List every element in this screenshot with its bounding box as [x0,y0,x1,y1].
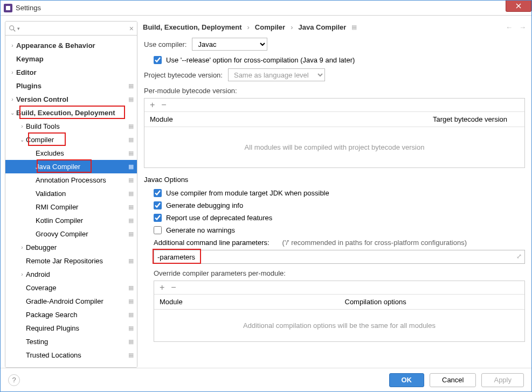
gear-icon: ▦ [128,217,134,224]
sidebar-item-label: Remote Jar Repositories [26,257,126,265]
search-row: ▾ × [5,22,137,36]
sidebar-item-android[interactable]: ›Android [5,268,137,281]
svg-point-2 [10,25,14,30]
sidebar-item-testing[interactable]: Testing▦ [5,335,137,348]
release-option-checkbox[interactable] [154,56,162,64]
help-button[interactable]: ? [8,374,20,386]
table1-col-module: Module [144,112,427,127]
sidebar-item-kotlin-compiler[interactable]: Kotlin Compiler▦ [5,214,137,227]
sidebar-item-excludes[interactable]: Excludes▦ [5,146,137,160]
opt-module-jdk-checkbox[interactable] [154,189,162,197]
sidebar-item-build-tools[interactable]: ›Build Tools▦ [5,120,137,133]
gear-icon: ▦ [128,338,134,345]
sidebar-item-label: Annotation Processors [36,176,126,184]
close-button[interactable] [506,0,531,12]
sidebar-item-label: Validation [36,190,126,198]
sidebar-item-debugger[interactable]: ›Debugger [5,241,137,254]
back-icon[interactable]: ← [506,23,513,31]
use-compiler-label: Use compiler: [144,40,186,48]
sidebar-item-package-search[interactable]: Package Search▦ [5,308,137,321]
sidebar-item-trusted-locations[interactable]: Trusted Locations▦ [5,348,137,362]
sidebar-item-gradle-android-compiler[interactable]: Gradle-Android Compiler▦ [5,295,137,308]
breadcrumb-1: Build, Execution, Deployment [143,23,241,31]
cancel-button[interactable]: Cancel [430,373,476,387]
sidebar-item-required-plugins[interactable]: Required Plugins▦ [5,321,137,335]
app-icon [4,4,12,12]
clear-search-icon[interactable]: × [129,24,134,33]
add-row-icon[interactable]: + [150,101,155,109]
opt-deprecated-checkbox[interactable] [154,214,162,222]
sidebar-item-label: Version Control [16,95,126,103]
sidebar-item-label: Build, Execution, Deployment [16,109,134,117]
breadcrumb-sep: › [291,23,293,31]
remove-row-icon[interactable]: − [171,283,176,292]
chevron-icon: › [18,123,26,129]
sidebar-item-annotation-processors[interactable]: Annotation Processors▦ [5,173,137,187]
gear-icon: ▦ [128,352,134,359]
table2-col-options: Compilation options [340,295,525,309]
sidebar-item-keymap[interactable]: Keymap [5,52,137,66]
sidebar-item-label: Groovy Compiler [36,230,126,238]
opt-module-jdk-label: Use compiler from module target JDK when… [166,189,329,197]
sidebar-item-appearance-behavior[interactable]: ›Appearance & Behavior [5,39,137,52]
expand-icon[interactable]: ⤢ [516,253,522,260]
sidebar-item-validation[interactable]: Validation▦ [5,187,137,200]
gear-icon: ▦ [351,24,357,31]
opt-deprecated-label: Report use of deprecated features [166,214,272,222]
sidebar-item-label: Editor [16,68,134,76]
use-compiler-select[interactable]: Javac [192,38,267,51]
sidebar-item-label: Gradle-Android Compiler [26,297,126,305]
chevron-icon: ⌄ [18,137,26,143]
gear-icon: ▦ [128,204,134,211]
project-bytecode-select[interactable]: Same as language level [228,68,325,81]
ok-button[interactable]: OK [389,373,425,387]
sidebar-item-rmi-compiler[interactable]: RMI Compiler▦ [5,200,137,214]
opt-nowarn-checkbox[interactable] [154,226,162,234]
addl-params-label: Additional command line parameters: [154,239,270,247]
search-filter-icon[interactable]: ▾ [17,26,20,31]
opt-debug-checkbox[interactable] [154,201,162,209]
sidebar-item-label: Build Tools [26,122,126,130]
sidebar-item-editor[interactable]: ›Editor [5,66,137,79]
sidebar-item-plugins[interactable]: Plugins▦ [5,79,137,93]
sidebar-item-label: Java Compiler [36,163,126,171]
addl-params-hint: ('/' recommended in paths for cross-plat… [282,239,467,247]
sidebar-item-label: Android [26,270,134,278]
search-input[interactable] [23,24,129,32]
sidebar-item-java-compiler[interactable]: Java Compiler▦ [5,160,137,173]
sidebar-item-build-execution-deployment[interactable]: ⌄Build, Execution, Deployment [5,106,137,120]
javac-options-title: Javac Options [144,176,525,184]
content: ▾ × ›Appearance & BehaviorKeymap›EditorP… [1,16,531,368]
sidebar-item-groovy-compiler[interactable]: Groovy Compiler▦ [5,227,137,241]
gear-icon: ▦ [128,123,134,130]
release-option-label: Use '--release' option for cross-compila… [166,56,355,64]
sidebar-item-label: Appearance & Behavior [16,41,134,50]
sidebar-item-coverage[interactable]: Coverage▦ [5,281,137,295]
chevron-icon: › [18,244,26,250]
remove-row-icon[interactable]: − [161,101,166,109]
gear-icon: ▦ [128,136,134,143]
sidebar: ▾ × ›Appearance & BehaviorKeymap›EditorP… [5,21,137,368]
gear-icon: ▦ [128,230,134,237]
sidebar-item-label: Coverage [26,284,126,292]
gear-icon: ▦ [128,298,134,305]
sidebar-item-version-control[interactable]: ›Version Control▦ [5,93,137,106]
forward-icon[interactable]: → [519,23,526,31]
addl-params-input[interactable] [154,250,525,264]
sidebar-item-remote-jar-repositories[interactable]: Remote Jar Repositories▦ [5,254,137,268]
settings-tree[interactable]: ›Appearance & BehaviorKeymap›EditorPlugi… [5,36,137,367]
per-module-table: + − Module Target bytecode version All m… [144,98,525,168]
gear-icon: ▦ [128,325,134,332]
opt-debug-label: Generate debugging info [166,201,243,209]
sidebar-item-compiler[interactable]: ⌄Compiler▦ [5,133,137,146]
sidebar-item-label: Kotlin Compiler [36,216,126,225]
gear-icon: ▦ [128,150,134,157]
svg-line-3 [13,29,16,31]
table1-col-target: Target bytecode version [427,112,524,127]
add-row-icon[interactable]: + [160,283,164,292]
gear-icon: ▦ [128,96,134,103]
apply-button[interactable]: Apply [481,373,524,387]
sidebar-item-label: Keymap [16,55,134,63]
sidebar-item-label: Package Search [26,311,126,319]
override-label: Override compiler parameters per-module: [154,269,525,277]
